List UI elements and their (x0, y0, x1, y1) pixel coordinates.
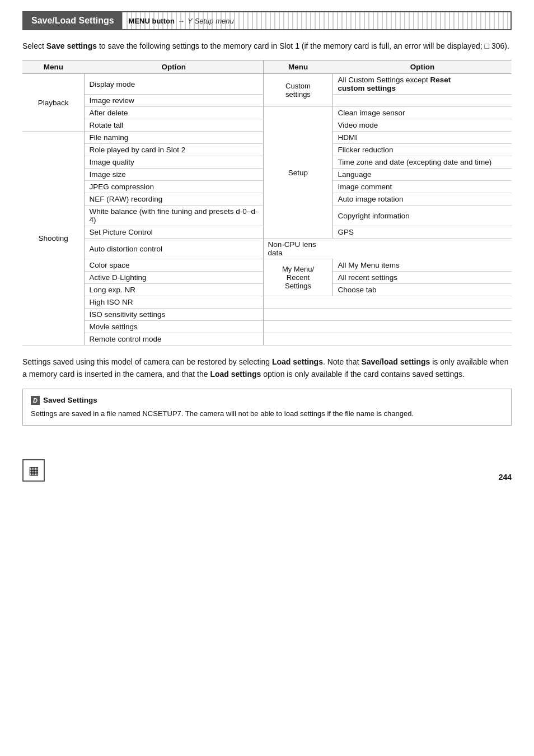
option-image-size: Image size (85, 169, 263, 181)
header-path: MENU button → Y Setup menu (122, 12, 510, 29)
footer-text: Settings saved using this model of camer… (22, 356, 512, 381)
col2-option-header: Option (333, 60, 512, 74)
option-flicker-reduction: Flicker reduction (333, 144, 512, 156)
option-video-mode: Video mode (333, 119, 512, 132)
table-row: Remote control mode (22, 333, 512, 346)
intro-text-before: Select (22, 41, 46, 50)
option-display-mode: Display mode (85, 74, 263, 95)
option-image-comment: Image comment (333, 181, 512, 193)
col2-menu-header: Menu (263, 60, 333, 74)
setup-icon: Y (188, 17, 193, 25)
table-row: Movie settings (22, 321, 512, 333)
table-row: Playback Display mode Customsettings All… (22, 74, 512, 95)
option-language: Language (333, 169, 512, 181)
option-image-quality: Image quality (85, 156, 263, 169)
footer-text-before: Settings saved using this model of camer… (22, 357, 272, 366)
intro-ref: □ 306 (485, 41, 505, 50)
option-custom-settings: All Custom Settings except Resetcustom s… (333, 74, 512, 95)
page-icon: ▦ (22, 459, 45, 482)
table-row: High ISO NR (22, 296, 512, 309)
option-nef-raw: NEF (RAW) recording (85, 193, 263, 206)
option-high-iso-nr: High ISO NR (85, 296, 263, 309)
menu-setup: Setup (263, 107, 333, 239)
option-image-review: Image review (85, 95, 263, 107)
table-row: ISO sensitivity settings (22, 309, 512, 321)
note-icon: D (31, 396, 40, 405)
footer-text-middle: . Note that (323, 357, 361, 366)
page-title: Save/Load Settings (24, 12, 122, 29)
load-settings-bold1: Load settings (272, 357, 323, 366)
option-white-balance: White balance (with fine tuning and pres… (85, 206, 263, 226)
note-body: Settings are saved in a file named NCSET… (31, 408, 503, 419)
option-color-space: Color space (85, 259, 263, 272)
option-iso-sensitivity: ISO sensitivity settings (85, 309, 263, 321)
option-remote-control-mode: Remote control mode (85, 333, 263, 346)
arrow-icon: → (177, 17, 185, 25)
note-box: D Saved Settings Settings are saved in a… (22, 389, 512, 426)
option-hdmi: HDMI (333, 132, 512, 144)
save-settings-bold: Save settings (46, 41, 97, 50)
load-settings-bold2: Load settings (210, 370, 261, 379)
table-row: Auto distortion control Non-CPU lens dat… (22, 239, 512, 259)
table-row: After delete Setup Clean image sensor (22, 107, 512, 119)
col1-menu-header: Menu (22, 60, 85, 74)
option-auto-distortion: Auto distortion control (85, 239, 263, 259)
intro-text-end: ). (504, 41, 509, 50)
intro-paragraph: Select Save settings to save the followi… (22, 40, 512, 52)
setup-menu-label: Setup menu (195, 17, 234, 25)
menu-playback: Playback (22, 74, 85, 132)
option-all-my-menu: All My Menu items (333, 259, 512, 272)
option-long-exp-nr: Long exp. NR (85, 284, 263, 296)
note-title: D Saved Settings (31, 395, 503, 406)
option-copyright: Copyright information (333, 206, 512, 226)
option-active-d-lighting: Active D-Lighting (85, 272, 263, 284)
option-gps: GPS (333, 226, 512, 239)
menu-shooting: Shooting (22, 132, 85, 346)
note-title-text: Saved Settings (43, 395, 97, 406)
option-after-delete: After delete (85, 107, 263, 119)
col1-option-header: Option (85, 60, 263, 74)
header-bar: Save/Load Settings MENU button → Y Setup… (22, 11, 512, 30)
option-file-naming: File naming (85, 132, 263, 144)
option-auto-image-rotation: Auto image rotation (333, 193, 512, 206)
option-time-zone: Time zone and date (excepting date and t… (333, 156, 512, 169)
table-row: Color space My Menu/RecentSettings All M… (22, 259, 512, 272)
menu-custom-settings: Customsettings (263, 74, 333, 107)
intro-text-after: to save the following settings to the me… (97, 41, 485, 50)
footer-text-end: option is only available if the card con… (261, 370, 464, 379)
option-movie-settings: Movie settings (85, 321, 263, 333)
option-rotate-tall: Rotate tall (85, 119, 263, 132)
option-set-picture-control: Set Picture Control (85, 226, 263, 239)
settings-table: Menu Option Menu Option Playback Display… (22, 60, 512, 346)
option-blank1 (333, 95, 512, 107)
option-non-cpu-lens: Non-CPU lens data (263, 239, 333, 259)
page-footer: ▦ 244 (22, 459, 512, 482)
option-clean-image-sensor: Clean image sensor (333, 107, 512, 119)
footer-paragraph: Settings saved using this model of camer… (22, 356, 512, 381)
option-role-card: Role played by card in Slot 2 (85, 144, 263, 156)
page-number: 244 (499, 473, 512, 482)
menu-my-menu: My Menu/RecentSettings (263, 259, 333, 296)
menu-button-label: MENU button (129, 17, 175, 25)
option-choose-tab: Choose tab (333, 284, 512, 296)
option-jpeg-compression: JPEG compression (85, 181, 263, 193)
option-all-recent-settings: All recent settings (333, 272, 512, 284)
save-load-settings-bold: Save/load settings (361, 357, 430, 366)
